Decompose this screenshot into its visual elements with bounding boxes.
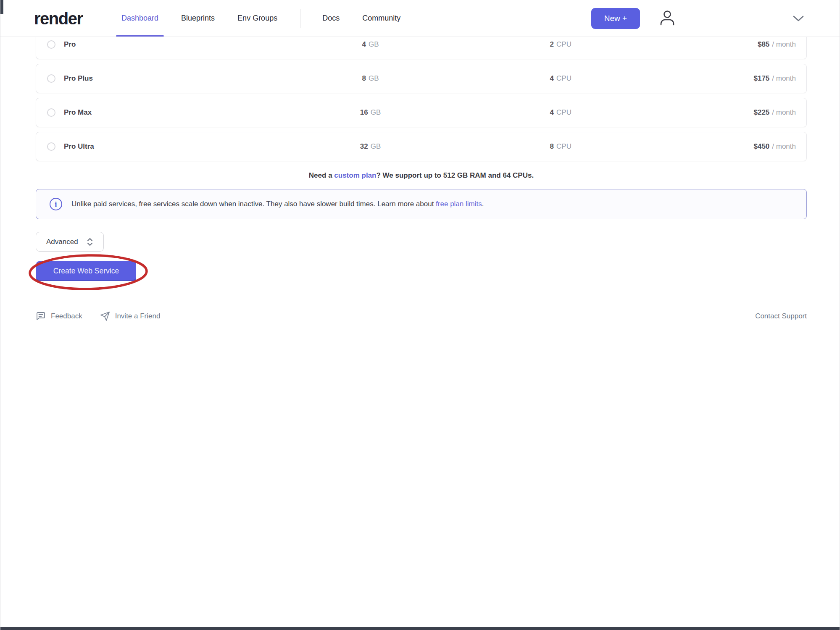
- plan-ram: 32GB: [360, 142, 381, 151]
- notice-suffix: .: [482, 200, 484, 208]
- nav-label: Docs: [322, 14, 340, 23]
- plan-name: Pro: [64, 40, 76, 49]
- cpu-value: 4: [550, 74, 554, 82]
- plan-ram: 16GB: [360, 108, 381, 117]
- plan-price: $85/ month: [758, 40, 796, 49]
- nav-item-env-groups[interactable]: Env Groups: [237, 0, 277, 37]
- invite-label: Invite a Friend: [115, 312, 161, 320]
- render-logo[interactable]: render: [34, 9, 83, 28]
- plan-radio[interactable]: [47, 74, 55, 83]
- new-button-label: New +: [604, 14, 627, 23]
- create-web-service-button[interactable]: Create Web Service: [36, 261, 136, 281]
- nav-label: Env Groups: [237, 14, 277, 23]
- feedback-link[interactable]: Feedback: [36, 311, 82, 321]
- nav-item-blueprints[interactable]: Blueprints: [181, 0, 215, 37]
- plan-ram: 8GB: [362, 74, 379, 83]
- plan-name: Pro Plus: [64, 74, 93, 83]
- free-plan-notice: i Unlike paid services, free services sc…: [36, 189, 807, 219]
- contact-support-link[interactable]: Contact Support: [755, 312, 807, 320]
- custom-plan-link[interactable]: custom plan: [334, 171, 376, 179]
- invite-friend-link[interactable]: Invite a Friend: [100, 311, 161, 321]
- plan-row-pro-max[interactable]: Pro Max 16GB 4CPU $225/ month: [36, 98, 807, 127]
- plan-name: Pro Max: [64, 108, 92, 117]
- screen-edge-bar: [0, 627, 840, 630]
- note-prefix: Need a: [309, 171, 334, 179]
- advanced-toggle-button[interactable]: Advanced: [36, 232, 104, 252]
- cpu-unit: CPU: [556, 40, 571, 48]
- nav-item-docs[interactable]: Docs: [322, 0, 340, 37]
- ram-unit: GB: [369, 40, 379, 48]
- ram-value: 8: [362, 74, 366, 82]
- cpu-unit: CPU: [556, 108, 571, 116]
- plan-cpu: 4CPU: [550, 74, 571, 83]
- ram-value: 4: [362, 40, 366, 48]
- price-unit: / month: [772, 108, 796, 116]
- create-button-label: Create Web Service: [53, 267, 119, 275]
- plan-radio[interactable]: [47, 40, 55, 49]
- page-footer: Feedback Invite a Friend Contact Support: [36, 311, 807, 321]
- primary-nav: Dashboard Blueprints Env Groups Docs Com…: [121, 0, 423, 37]
- nav-item-community[interactable]: Community: [362, 0, 400, 37]
- price-value: $225: [753, 108, 769, 116]
- cpu-unit: CPU: [556, 74, 571, 82]
- price-value: $85: [758, 40, 769, 48]
- plan-row-pro-plus[interactable]: Pro Plus 8GB 4CPU $175/ month: [36, 64, 807, 93]
- chevrons-up-down-icon: [87, 237, 93, 247]
- workspace-dropdown-toggle[interactable]: [792, 14, 805, 23]
- ram-unit: GB: [371, 108, 381, 116]
- plan-cpu: 2CPU: [550, 40, 571, 49]
- nav-item-dashboard[interactable]: Dashboard: [121, 0, 158, 37]
- plan-cpu: 4CPU: [550, 108, 571, 117]
- cpu-value: 8: [550, 142, 554, 150]
- new-button[interactable]: New +: [591, 8, 640, 29]
- price-unit: / month: [772, 74, 796, 82]
- notice-text: Unlike paid services, free services scal…: [71, 200, 484, 208]
- plan-radio[interactable]: [47, 142, 55, 151]
- plan-cpu: 8CPU: [550, 142, 571, 151]
- info-icon: i: [50, 198, 62, 210]
- send-icon: [100, 311, 110, 321]
- nav-label: Dashboard: [121, 14, 158, 23]
- screen-corner-artifact: [0, 0, 3, 14]
- ram-value: 32: [360, 142, 368, 150]
- plan-radio[interactable]: [47, 108, 55, 117]
- feedback-label: Feedback: [51, 312, 82, 320]
- cpu-unit: CPU: [556, 142, 571, 150]
- nav-label: Community: [362, 14, 400, 23]
- nav-label: Blueprints: [181, 14, 215, 23]
- message-square-icon: [36, 311, 46, 321]
- ram-unit: GB: [371, 142, 381, 150]
- cpu-value: 4: [550, 108, 554, 116]
- chevron-down-icon: [792, 14, 805, 23]
- cpu-value: 2: [550, 40, 554, 48]
- plan-selection-section: Pro 4GB 2CPU $85/ month Pro Plus 8GB 4CP…: [36, 37, 807, 321]
- plan-price: $175/ month: [753, 74, 796, 83]
- price-unit: / month: [772, 142, 796, 150]
- user-icon: [657, 8, 677, 28]
- price-value: $450: [753, 142, 769, 150]
- contact-label: Contact Support: [755, 312, 807, 320]
- plan-name: Pro Ultra: [64, 142, 94, 151]
- plan-ram: 4GB: [362, 40, 379, 49]
- price-value: $175: [753, 74, 769, 82]
- advanced-label: Advanced: [46, 238, 78, 246]
- free-plan-limits-link[interactable]: free plan limits: [436, 200, 482, 208]
- create-button-area: Create Web Service: [36, 261, 137, 281]
- plan-price: $225/ month: [753, 108, 796, 117]
- plan-row-pro-ultra[interactable]: Pro Ultra 32GB 8CPU $450/ month: [36, 132, 807, 161]
- ram-unit: GB: [369, 74, 379, 82]
- account-menu-button[interactable]: [657, 8, 677, 28]
- plan-price: $450/ month: [753, 142, 796, 151]
- ram-value: 16: [360, 108, 368, 116]
- custom-plan-note: Need a custom plan? We support up to 512…: [36, 171, 807, 180]
- top-navigation-bar: render Dashboard Blueprints Env Groups D…: [0, 0, 840, 37]
- price-unit: / month: [772, 40, 796, 48]
- note-suffix: ? We support up to 512 GB RAM and 64 CPU…: [376, 171, 534, 179]
- nav-divider: [300, 9, 300, 28]
- notice-body: Unlike paid services, free services scal…: [71, 200, 436, 208]
- page: render Dashboard Blueprints Env Groups D…: [0, 0, 840, 630]
